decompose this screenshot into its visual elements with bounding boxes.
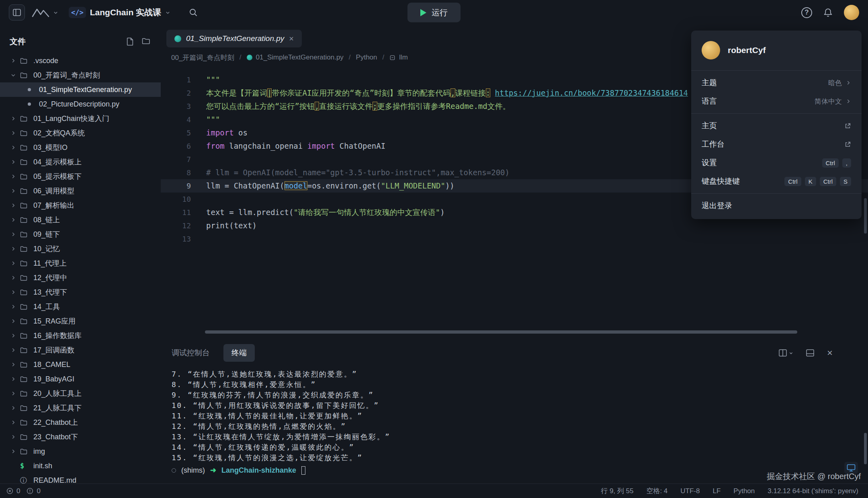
file-tree-item[interactable]: 00_开篇词_奇点时刻 bbox=[0, 68, 161, 82]
python-interpreter[interactable]: 3.12.12 64-bit ('shims': pyenv) bbox=[768, 487, 858, 495]
prompt-cwd: LangChain-shizhanke bbox=[221, 466, 296, 475]
file-tree-item[interactable]: 06_调用模型 bbox=[0, 184, 161, 198]
user-avatar[interactable] bbox=[844, 5, 859, 20]
close-panel-button[interactable]: × bbox=[827, 348, 833, 358]
folder-icon bbox=[20, 130, 31, 136]
chevron-right-icon bbox=[10, 174, 20, 179]
file-tree-item[interactable]: 10_记忆 bbox=[0, 242, 161, 256]
warning-icon bbox=[27, 488, 33, 494]
folder-icon bbox=[20, 303, 31, 310]
breadcrumb-item[interactable]: Python bbox=[356, 53, 377, 61]
file-tree-item[interactable]: 07_解析输出 bbox=[0, 198, 161, 213]
eol[interactable]: LF bbox=[713, 487, 721, 495]
menu-item-label: 退出登录 bbox=[702, 201, 732, 211]
file-tree-item[interactable]: $init.sh bbox=[0, 459, 161, 473]
tree-item-label: 02_PictureDescription.py bbox=[39, 100, 119, 109]
file-tree-item[interactable]: img bbox=[0, 444, 161, 459]
maximize-panel-button[interactable] bbox=[806, 349, 814, 357]
user-menu-item[interactable]: 主页 bbox=[691, 117, 862, 135]
file-tree-item[interactable]: 05_提示模板下 bbox=[0, 169, 161, 184]
tree-item-label: 17_回调函数 bbox=[33, 345, 74, 355]
monitor-icon bbox=[847, 464, 856, 472]
tab-debug-console[interactable]: 调试控制台 bbox=[172, 348, 210, 358]
split-terminal-button[interactable] bbox=[779, 349, 793, 357]
breadcrumb-item[interactable]: llm bbox=[389, 53, 408, 61]
new-file-button[interactable] bbox=[126, 37, 134, 46]
breadcrumb-item[interactable]: 00_开篇词_奇点时刻 bbox=[171, 53, 234, 62]
file-tree: .vscode00_开篇词_奇点时刻01_SimpleTextGeneratio… bbox=[0, 53, 161, 484]
editor-vertical-scrollbar[interactable] bbox=[864, 198, 867, 234]
problems-indicator[interactable]: 0 0 bbox=[6, 487, 44, 495]
app-logo-menu[interactable] bbox=[31, 7, 58, 18]
project-switcher[interactable]: </> LangChain 实战课 bbox=[69, 7, 170, 18]
breadcrumb-label: 00_开篇词_奇点时刻 bbox=[171, 53, 234, 62]
tree-item-label: 04_提示模板上 bbox=[33, 157, 82, 167]
file-tree-item[interactable]: 23_Chatbot下 bbox=[0, 430, 161, 444]
terminal-prompt[interactable]: (shims) ➜ LangChain-shizhanke bbox=[161, 464, 868, 476]
search-icon bbox=[189, 8, 198, 17]
file-tree-item[interactable]: 12_代理中 bbox=[0, 271, 161, 285]
folder-icon bbox=[20, 246, 31, 252]
kbd-key: Ctrl bbox=[784, 177, 801, 186]
file-tree-item[interactable]: 14_工具 bbox=[0, 299, 161, 314]
user-menu-item[interactable]: 退出登录 bbox=[691, 197, 862, 215]
file-tree-item[interactable]: 04_提示模板上 bbox=[0, 155, 161, 169]
file-tree-item[interactable]: 01_LangChain快速入门 bbox=[0, 111, 161, 126]
chevron-right-icon bbox=[10, 159, 20, 165]
file-tree-item[interactable]: 13_代理下 bbox=[0, 285, 161, 299]
file-tree-item[interactable]: 17_回调函数 bbox=[0, 343, 161, 357]
chevron-right-icon bbox=[10, 145, 20, 150]
file-tree-item[interactable]: 01_SimpleTextGeneration.py bbox=[0, 82, 161, 97]
file-tree-item[interactable]: 09_链下 bbox=[0, 227, 161, 242]
file-tree-item[interactable]: ⓘREADME.md bbox=[0, 473, 161, 484]
user-menu-item[interactable]: 语言简体中文 bbox=[691, 92, 862, 111]
file-tree-item[interactable]: 08_链上 bbox=[0, 213, 161, 227]
chevron-right-icon bbox=[10, 376, 20, 382]
file-tree-item[interactable]: 21_人脉工具下 bbox=[0, 401, 161, 415]
tree-item-label: README.md bbox=[33, 476, 76, 484]
language-mode[interactable]: Python bbox=[733, 487, 755, 495]
run-button[interactable]: 运行 bbox=[407, 3, 461, 23]
encoding[interactable]: UTF-8 bbox=[680, 487, 700, 495]
chevron-down-icon bbox=[10, 72, 20, 78]
file-tree-item[interactable]: 19_BabyAGI bbox=[0, 372, 161, 386]
file-tree-item[interactable]: 18_CAMEL bbox=[0, 357, 161, 372]
file-tree-item[interactable]: 16_操作数据库 bbox=[0, 328, 161, 343]
user-menu-item[interactable]: 主题暗色 bbox=[691, 74, 862, 92]
tree-item-label: img bbox=[33, 447, 45, 456]
search-button[interactable] bbox=[189, 8, 198, 17]
sidebar-toggle-button[interactable] bbox=[9, 4, 25, 20]
tab-terminal[interactable]: 终端 bbox=[223, 344, 255, 362]
file-tree-item[interactable]: 02_文档QA系统 bbox=[0, 126, 161, 140]
terminal-line: 14. “情人节,红玫瑰传递的爱,温暖彼此的心。” bbox=[172, 442, 868, 453]
terminal-scrollbar[interactable] bbox=[864, 433, 867, 464]
file-tree-item[interactable]: 11_代理上 bbox=[0, 256, 161, 271]
tab-close-icon[interactable]: × bbox=[289, 35, 294, 43]
prompt-arrow-icon: ➜ bbox=[210, 466, 216, 475]
user-menu-item[interactable]: 工作台 bbox=[691, 135, 862, 154]
notifications-button[interactable] bbox=[823, 8, 833, 18]
user-menu-item[interactable]: 设置Ctrl, bbox=[691, 154, 862, 172]
user-menu-item[interactable]: 键盘快捷键CtrlKCtrlS bbox=[691, 172, 862, 191]
help-button[interactable]: ? bbox=[801, 7, 812, 18]
file-tree-item[interactable]: 20_人脉工具上 bbox=[0, 386, 161, 401]
horizontal-scrollbar[interactable] bbox=[205, 330, 797, 334]
code-line[interactable]: 13 bbox=[161, 232, 868, 246]
terminal-line: 8. “情人节,红玫瑰相伴,爱意永恒。” bbox=[172, 379, 868, 390]
breadcrumb-item[interactable]: 01_SimpleTextGeneration.py bbox=[247, 53, 344, 61]
file-tree-item[interactable]: 15_RAG应用 bbox=[0, 314, 161, 328]
new-folder-button[interactable] bbox=[142, 37, 150, 46]
indentation[interactable]: 空格: 4 bbox=[646, 486, 667, 496]
file-tree-item[interactable]: .vscode bbox=[0, 53, 161, 68]
chevron-right-icon bbox=[10, 362, 20, 367]
kbd-key: K bbox=[805, 177, 816, 186]
folder-icon bbox=[20, 72, 31, 78]
code-line[interactable]: 12print(text) bbox=[161, 219, 868, 232]
file-tree-item[interactable]: 22_Chatbot上 bbox=[0, 415, 161, 430]
line-number: 6 bbox=[161, 139, 191, 153]
file-tree-item[interactable]: 03_模型IO bbox=[0, 140, 161, 155]
cursor-position[interactable]: 行 9, 列 55 bbox=[601, 486, 633, 496]
folder-icon bbox=[20, 361, 31, 368]
editor-tab[interactable]: 01_SimpleTextGeneration.py × bbox=[166, 30, 302, 47]
file-tree-item[interactable]: 02_PictureDescription.py bbox=[0, 97, 161, 111]
